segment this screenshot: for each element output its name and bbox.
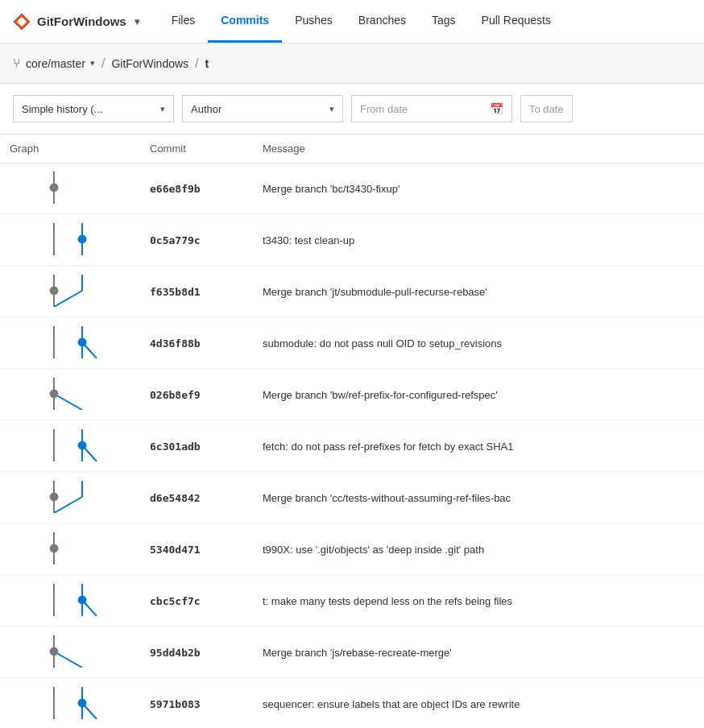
breadcrumb-repo[interactable]: GitForWindows — [111, 57, 188, 70]
nav-files[interactable]: Files — [159, 0, 209, 43]
svg-line-33 — [54, 651, 82, 668]
nav-branches[interactable]: Branches — [346, 0, 419, 43]
svg-point-25 — [50, 493, 58, 501]
commit-hash-cell[interactable]: cbc5cf7c — [140, 576, 253, 627]
commit-message-cell[interactable]: Merge branch 'cc/tests-without-assuming-… — [253, 473, 704, 524]
graph-cell — [0, 267, 140, 318]
commit-message-cell[interactable]: t: make many tests depend less on the re… — [253, 576, 704, 627]
graph-cell — [0, 473, 140, 524]
table-row[interactable]: 6c301adb fetch: do not pass ref-prefixes… — [0, 421, 704, 473]
svg-line-16 — [54, 394, 82, 410]
commit-message-cell[interactable]: fetch: do not pass ref-prefixes for fetc… — [253, 421, 704, 473]
brand-icon — [13, 13, 31, 31]
commit-hash: cbc5cf7c — [150, 595, 201, 607]
svg-point-10 — [50, 287, 58, 295]
commit-message-cell[interactable]: Merge branch 'jt/submodule-pull-recurse-… — [253, 267, 704, 318]
commit-hash: 4d36f88b — [150, 337, 201, 350]
commit-hash: 6c301adb — [150, 441, 201, 453]
commit-hash-cell[interactable]: 95dd4b2b — [140, 627, 253, 679]
commit-message-cell[interactable]: sequencer: ensure labels that are object… — [253, 679, 704, 729]
graph-svg — [10, 275, 130, 307]
commit-message-cell[interactable]: t3430: test clean-up — [253, 215, 704, 267]
commit-message: fetch: do not pass ref-prefixes for fetc… — [263, 441, 513, 453]
filter-bar: Simple history (... ▾ Author ▾ From date… — [0, 84, 704, 134]
table-row[interactable]: 5971b083 sequencer: ensure labels that a… — [0, 679, 704, 729]
table-row[interactable]: e66e8f9b Merge branch 'bc/t3430-fixup' — [0, 163, 704, 215]
nav-tags[interactable]: Tags — [419, 0, 469, 43]
breadcrumb-path[interactable]: t — [205, 57, 209, 70]
svg-point-3 — [50, 184, 58, 192]
brand[interactable]: GitForWindows ▾ — [13, 13, 139, 31]
graph-svg — [10, 172, 130, 204]
svg-point-17 — [50, 390, 58, 398]
commit-message: submodule: do not pass null OID to setup… — [263, 337, 502, 350]
table-row[interactable]: 4d36f88b submodule: do not pass null OID… — [0, 318, 704, 370]
graph-cell — [0, 627, 140, 679]
commit-message-cell[interactable]: t990X: use '.git/objects' as 'deep insid… — [253, 524, 704, 576]
commit-message-cell[interactable]: Merge branch 'js/rebase-recreate-merge' — [253, 627, 704, 679]
svg-point-6 — [78, 235, 86, 243]
commit-message: t: make many tests depend less on the re… — [263, 595, 512, 607]
table-row[interactable]: cbc5cf7c t: make many tests depend less … — [0, 576, 704, 627]
col-graph: Graph — [0, 134, 140, 163]
commit-hash-cell[interactable]: f635b8d1 — [140, 267, 253, 318]
commit-hash-cell[interactable]: e66e8f9b — [140, 163, 253, 215]
table-row[interactable]: f635b8d1 Merge branch 'jt/submodule-pull… — [0, 267, 704, 318]
commit-message-cell[interactable]: Merge branch 'bc/t3430-fixup' — [253, 163, 704, 215]
svg-point-21 — [78, 441, 86, 449]
to-date-filter[interactable]: To date — [520, 95, 573, 122]
svg-line-24 — [54, 497, 82, 513]
commit-message: Merge branch 'cc/tests-without-assuming-… — [263, 492, 511, 504]
commit-hash: e66e8f9b — [150, 183, 201, 195]
commit-message-cell[interactable]: Merge branch 'bw/ref-prefix-for-configur… — [253, 370, 704, 421]
table-row[interactable]: 0c5a779c t3430: test clean-up — [0, 215, 704, 267]
col-commit: Commit — [140, 134, 253, 163]
commit-message-cell[interactable]: submodule: do not pass null OID to setup… — [253, 318, 704, 370]
graph-cell — [0, 215, 140, 267]
commit-message: Merge branch 'bw/ref-prefix-for-configur… — [263, 389, 498, 401]
table-row[interactable]: 026b8ef9 Merge branch 'bw/ref-prefix-for… — [0, 370, 704, 421]
commit-hash-cell[interactable]: 0c5a779c — [140, 215, 253, 267]
commit-hash: 026b8ef9 — [150, 389, 201, 401]
commit-message: Merge branch 'js/rebase-recreate-merge' — [263, 647, 452, 659]
commit-hash-cell[interactable]: d6e54842 — [140, 473, 253, 524]
table-row[interactable]: d6e54842 Merge branch 'cc/tests-without-… — [0, 473, 704, 524]
commit-hash: 95dd4b2b — [150, 647, 201, 659]
nav-commits[interactable]: Commits — [208, 0, 282, 43]
graph-svg — [10, 584, 130, 616]
graph-cell — [0, 524, 140, 576]
svg-point-27 — [50, 544, 58, 552]
author-chevron-icon: ▾ — [329, 104, 334, 114]
brand-name: GitForWindows — [37, 14, 126, 28]
svg-point-14 — [78, 338, 86, 346]
from-date-filter[interactable]: From date 📅 — [351, 95, 512, 122]
table-row[interactable]: 5340d471 t990X: use '.git/objects' as 'd… — [0, 524, 704, 576]
author-filter-dropdown[interactable]: Author ▾ — [182, 95, 343, 122]
commit-hash-cell[interactable]: 6c301adb — [140, 421, 253, 473]
nav-pull-requests[interactable]: Pull Requests — [469, 0, 564, 43]
graph-cell — [0, 370, 140, 421]
history-filter-dropdown[interactable]: Simple history (... ▾ — [13, 95, 174, 122]
commit-hash-cell[interactable]: 4d36f88b — [140, 318, 253, 370]
brand-chevron[interactable]: ▾ — [135, 16, 139, 27]
nav-pushes[interactable]: Pushes — [282, 0, 346, 43]
commit-hash: d6e54842 — [150, 492, 201, 504]
commit-message: sequencer: ensure labels that are object… — [263, 698, 520, 710]
branch-chevron: ▾ — [90, 58, 95, 68]
calendar-icon: 📅 — [490, 102, 503, 115]
top-nav: GitForWindows ▾ Files Commits Pushes Bra… — [0, 0, 704, 43]
graph-svg — [10, 635, 130, 668]
commit-hash-cell[interactable]: 5340d471 — [140, 524, 253, 576]
branch-selector[interactable]: ⑂ core/master ▾ — [13, 56, 95, 71]
table-row[interactable]: 95dd4b2b Merge branch 'js/rebase-recreat… — [0, 627, 704, 679]
commit-message: t3430: test clean-up — [263, 234, 354, 246]
table-header-row: Graph Commit Message — [0, 134, 704, 163]
graph-cell — [0, 679, 140, 729]
commit-hash-cell[interactable]: 5971b083 — [140, 679, 253, 729]
commit-hash-cell[interactable]: 026b8ef9 — [140, 370, 253, 421]
commit-message: Merge branch 'jt/submodule-pull-recurse-… — [263, 286, 487, 298]
commit-hash: 5340d471 — [150, 544, 201, 556]
breadcrumb-sep2: / — [195, 56, 198, 71]
graph-cell — [0, 318, 140, 370]
svg-point-34 — [50, 647, 58, 656]
